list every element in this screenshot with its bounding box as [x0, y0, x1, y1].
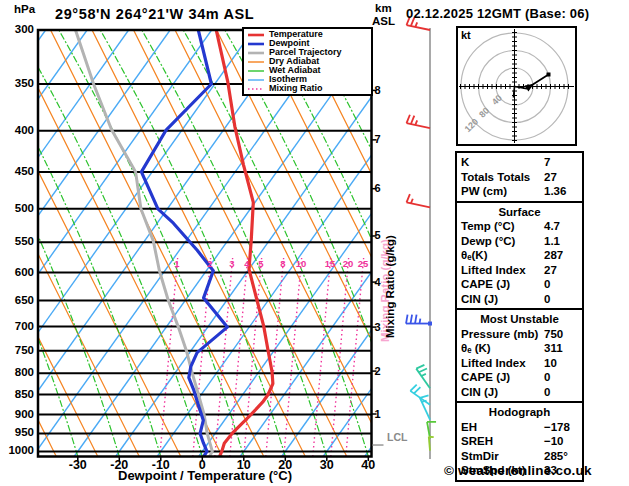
- wind-barb: [410, 385, 430, 405]
- pressure-tick-label: 450: [2, 166, 34, 178]
- table-row: StmDir285°: [461, 449, 578, 464]
- legend-line-sample: [247, 85, 265, 93]
- table-row-label: SREH: [461, 434, 544, 449]
- table-row: θₑ (K)311: [461, 341, 578, 356]
- table-row-value: 1.36: [544, 184, 578, 199]
- pressure-tick-label: 700: [2, 321, 34, 333]
- table-row-value: −178: [544, 420, 578, 435]
- table-row-value: 7: [544, 155, 578, 170]
- table-row-value: 10: [544, 356, 578, 371]
- pressure-axis-unit: hPa: [14, 4, 35, 16]
- table-row: Totals Totals27: [461, 170, 578, 185]
- legend-line-sample: [247, 49, 265, 57]
- table-row: Lifted Index10: [461, 356, 578, 371]
- mixing-ratio-value-label: 15: [322, 259, 338, 269]
- footer-credit: © weatheronline.co.uk: [444, 464, 592, 478]
- table-row: Pressure (mb)750: [461, 327, 578, 342]
- table-row-value: 27: [544, 263, 578, 278]
- table-row-label: θₑ(K): [461, 248, 544, 263]
- table-section: K7Totals Totals27PW (cm)1.36: [455, 151, 584, 203]
- run-datetime-title: 02.12.2025 12GMT (Base: 06): [406, 7, 589, 20]
- table-row-value: −10: [544, 434, 578, 449]
- wind-barb: [416, 365, 430, 388]
- table-section-title: Surface: [461, 205, 578, 220]
- table-row-value: 0: [544, 385, 578, 400]
- mixing-ratio-value-label: 8: [275, 259, 291, 269]
- table-row-value: 287: [544, 248, 578, 263]
- table-row-label: Dewp (°C): [461, 234, 544, 249]
- wind-barb: [420, 395, 430, 419]
- table-section-title: Hodograph: [461, 405, 578, 420]
- table-row-label: Lifted Index: [461, 263, 544, 278]
- wind-barb: [406, 315, 432, 326]
- table-row-value: 750: [544, 327, 578, 342]
- wind-barb: [429, 437, 434, 451]
- mixing-ratio-value-label: 3: [224, 259, 240, 269]
- temp-tick-label: 40: [350, 459, 386, 472]
- mixing-ratio-value-label: 20: [340, 259, 356, 269]
- indices-table: K7Totals Totals27PW (cm)1.36SurfaceTemp …: [455, 151, 584, 482]
- table-row: Dewp (°C)1.1: [461, 234, 578, 249]
- km-tick-label: 7: [375, 134, 381, 145]
- table-section: SurfaceTemp (°C)4.7Dewp (°C)1.1θₑ(K)287L…: [455, 201, 584, 311]
- table-row: CAPE (J)0: [461, 370, 578, 385]
- table-row-label: CIN (J): [461, 292, 544, 307]
- table-row-label: Temp (°C): [461, 219, 544, 234]
- pressure-tick-label: 600: [2, 267, 34, 279]
- pressure-tick-label: 850: [2, 389, 34, 401]
- table-row-label: PW (cm): [461, 184, 544, 199]
- table-row: CIN (J)0: [461, 292, 578, 307]
- table-row: EH−178: [461, 420, 578, 435]
- table-row-label: StmDir: [461, 449, 544, 464]
- legend: TemperatureDewpointParcel TrajectoryDry …: [242, 27, 373, 96]
- table-row-value: 0: [544, 292, 578, 307]
- table-row-label: EH: [461, 420, 544, 435]
- table-row-label: Lifted Index: [461, 356, 544, 371]
- pressure-tick-label: 300: [2, 24, 34, 36]
- table-row-value: 0: [544, 370, 578, 385]
- km-tick-label: 8: [375, 85, 381, 96]
- legend-line-sample: [247, 58, 265, 66]
- km-tick-label: 6: [375, 183, 381, 194]
- wind-barb-column: [406, 17, 436, 459]
- table-row: K7: [461, 155, 578, 170]
- mixing-ratio-value-label: 1: [169, 259, 185, 269]
- mixing-ratio-value-label: 2: [202, 259, 218, 269]
- legend-item: Wet Adiabat: [244, 66, 371, 75]
- table-row-value: 27: [544, 170, 578, 185]
- table-row-value: 285°: [544, 449, 578, 464]
- x-axis-title: Dewpoint / Temperature (°C): [95, 469, 315, 482]
- table-row-label: CAPE (J): [461, 370, 544, 385]
- table-row-value: 311: [544, 341, 578, 356]
- table-row-value: 4.7: [544, 219, 578, 234]
- altitude-axis-unit-km: km: [375, 3, 392, 15]
- mixing-ratio-value-label: 25: [355, 259, 371, 269]
- skewt-sounding-page: 4080120 hPa 29°58'N 264°21'W 34m ASL km …: [0, 0, 629, 486]
- wind-barb: [407, 115, 430, 128]
- table-row-label: CIN (J): [461, 385, 544, 400]
- table-section: Most UnstablePressure (mb)750θₑ (K)311Li…: [455, 308, 584, 403]
- wind-barb: [407, 194, 430, 207]
- km-tick-label: 2: [375, 366, 381, 377]
- table-row: SREH−10: [461, 434, 578, 449]
- temp-tick-label: -30: [60, 459, 96, 472]
- hodograph: 4080120: [457, 27, 576, 145]
- table-row: θₑ(K)287: [461, 248, 578, 263]
- legend-line-sample: [247, 31, 265, 39]
- pressure-tick-label: 800: [2, 367, 34, 379]
- pressure-tick-label: 400: [2, 125, 34, 137]
- table-row: Temp (°C)4.7: [461, 219, 578, 234]
- pressure-tick-label: 550: [2, 236, 34, 248]
- pressure-tick-label: 650: [2, 295, 34, 307]
- pressure-tick-label: 900: [2, 409, 34, 421]
- pressure-tick-label: 500: [2, 203, 34, 215]
- km-tick-label: 1: [375, 409, 381, 420]
- table-row: CAPE (J)0: [461, 277, 578, 292]
- altitude-axis-unit-asl: ASL: [372, 16, 395, 28]
- legend-item: Mixing Ratio: [244, 84, 371, 93]
- table-row: CIN (J)0: [461, 385, 578, 400]
- table-row-label: CAPE (J): [461, 277, 544, 292]
- lcl-label: LCL: [387, 432, 407, 443]
- legend-item-label: Mixing Ratio: [269, 84, 323, 93]
- pressure-tick-label: 350: [2, 78, 34, 90]
